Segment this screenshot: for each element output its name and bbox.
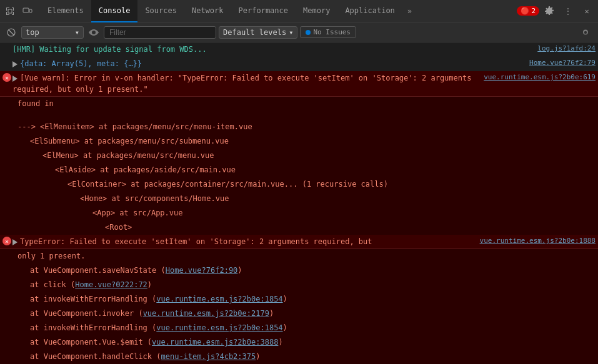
toolbar-right	[577, 24, 594, 41]
clear-console-btn[interactable]	[4, 25, 19, 40]
devtools-settings-btn[interactable]	[541, 2, 558, 20]
console-error-2-header: ✕ TypeError: Failed to execute 'setItem'…	[0, 235, 598, 249]
tab-performance[interactable]: Performance	[231, 0, 296, 22]
tab-elements[interactable]: Elements	[40, 0, 91, 22]
error-1-stack-5: <ElContainer> at packages/container/src/…	[0, 177, 598, 192]
error-1-text: [Vue warn]: Error in v-on handler: "Type…	[12, 72, 479, 95]
console-log-hmr: [HMR] Waiting for update signal from WDS…	[0, 42, 598, 57]
expand-icon[interactable]	[12, 61, 17, 67]
error-count-badge[interactable]: 🔴 2	[517, 6, 539, 16]
error-1-stack-3: <ElMenu> at packages/menu/src/menu.vue	[0, 149, 598, 163]
error-icon-2: ✕	[2, 237, 11, 245]
error-1-stack-6: <Home> at src/components/Home.vue	[0, 192, 598, 206]
tab-application[interactable]: Application	[337, 0, 402, 22]
error-1-stack-2: <ElSubmenu> at packages/menu/src/submenu…	[0, 134, 598, 149]
error-1-found: found in	[0, 97, 598, 111]
svg-line-4	[9, 30, 14, 35]
log-levels-selector[interactable]: Default levels ▾	[219, 26, 297, 39]
data-link[interactable]: Home.vue?76f2:79	[524, 58, 596, 69]
eye-btn[interactable]	[86, 25, 101, 40]
console-settings-btn[interactable]	[577, 24, 594, 41]
stack-link-2[interactable]: Home.vue?0222:72	[75, 279, 147, 290]
error-1-stack-1: ---> <ElMenuitem> at packages/menu/src/m…	[0, 120, 598, 134]
no-issues-badge[interactable]: No Issues	[300, 26, 356, 38]
error-1-stack-4: <ElAside> at packages/aside/src/main.vue	[0, 163, 598, 177]
error-1-stack-8: <Root>	[0, 220, 598, 235]
error-2-stack-1: at VueComponent.saveNavState (Home.vue?7…	[0, 263, 598, 278]
error-2-stack-5: at invokeWithErrorHandling (vue.runtime.…	[0, 321, 598, 335]
stack-link-4[interactable]: vue.runtime.esm.js?2b0e:2179	[143, 308, 269, 319]
stack-link-3[interactable]: vue.runtime.esm.js?2b0e:1854	[156, 293, 282, 305]
console-output: [HMR] Waiting for update signal from WDS…	[0, 42, 598, 364]
tab-bar: Elements Console Sources Network Perform…	[0, 0, 598, 22]
stack-link-5[interactable]: vue.runtime.esm.js?2b0e:1854	[156, 322, 282, 333]
tab-console[interactable]: Console	[91, 0, 138, 22]
tab-memory[interactable]: Memory	[296, 0, 337, 22]
error-1-link[interactable]: vue.runtime.esm.js?2b0e:619	[479, 72, 596, 83]
tab-bar-right: 🔴 2 ⋮ ✕	[517, 2, 596, 20]
tab-network[interactable]: Network	[184, 0, 231, 22]
hmr-text: [HMR] Waiting for update signal from WDS…	[12, 44, 532, 55]
error-2-stack-6: at VueComponent.Vue.$emit (vue.runtime.e…	[0, 335, 598, 350]
console-error-1-header: ✕ [Vue warn]: Error in v-on handler: "Ty…	[0, 71, 598, 97]
context-arrow-icon: ▾	[75, 28, 79, 37]
error-2-stack-7: at VueComponent.handleClick (menu-item.j…	[0, 350, 598, 364]
hmr-link[interactable]: log.js?1afd:24	[532, 44, 596, 54]
context-selector[interactable]: top ▾	[21, 26, 84, 39]
error-2-text: TypeError: Failed to execute 'setItem' o…	[12, 236, 475, 247]
more-tabs-btn[interactable]: »	[402, 0, 417, 22]
error-2-link[interactable]: vue.runtime.esm.js?2b0e:1888	[475, 236, 596, 247]
console-toolbar: top ▾ Default levels ▾ No Issues	[0, 22, 598, 42]
data-text: {data: Array(5), meta: {…}}	[12, 58, 524, 69]
error-2-stack-4: at VueComponent.invoker (vue.runtime.esm…	[0, 307, 598, 321]
stack-link-7[interactable]: menu-item.js?4cb2:375	[161, 351, 256, 362]
filter-input[interactable]	[104, 26, 216, 39]
error-2-only1: only 1 present.	[0, 249, 598, 263]
error-icon-1: ✕	[2, 73, 11, 82]
stack-link-1[interactable]: Home.vue?76f2:90	[166, 265, 238, 276]
stack-link-6[interactable]: vue.runtime.esm.js?2b0e:3888	[152, 337, 278, 348]
close-devtools-btn[interactable]: ✕	[578, 2, 596, 20]
error-1-spacer	[0, 111, 598, 120]
error-2-stack-3: at invokeWithErrorHandling (vue.runtime.…	[0, 292, 598, 307]
tab-sources[interactable]: Sources	[137, 0, 184, 22]
error-2-stack-2: at click (Home.vue?0222:72)	[0, 278, 598, 292]
levels-arrow-icon: ▾	[289, 28, 293, 37]
console-log-data: {data: Array(5), meta: {…}} Home.vue?76f…	[0, 57, 598, 71]
no-issues-dot-icon	[306, 30, 311, 35]
error-1-stack-7: <App> at src/App.vue	[0, 206, 598, 220]
device-toggle-btn[interactable]	[20, 4, 35, 19]
expand-icon-error1[interactable]	[12, 76, 17, 82]
svg-rect-0	[8, 9, 12, 13]
expand-icon-error2[interactable]	[12, 239, 17, 245]
inspect-element-btn[interactable]	[2, 4, 17, 19]
svg-rect-2	[29, 9, 32, 12]
more-options-btn[interactable]: ⋮	[559, 2, 577, 20]
svg-rect-1	[23, 8, 29, 12]
tab-icons	[2, 4, 35, 19]
